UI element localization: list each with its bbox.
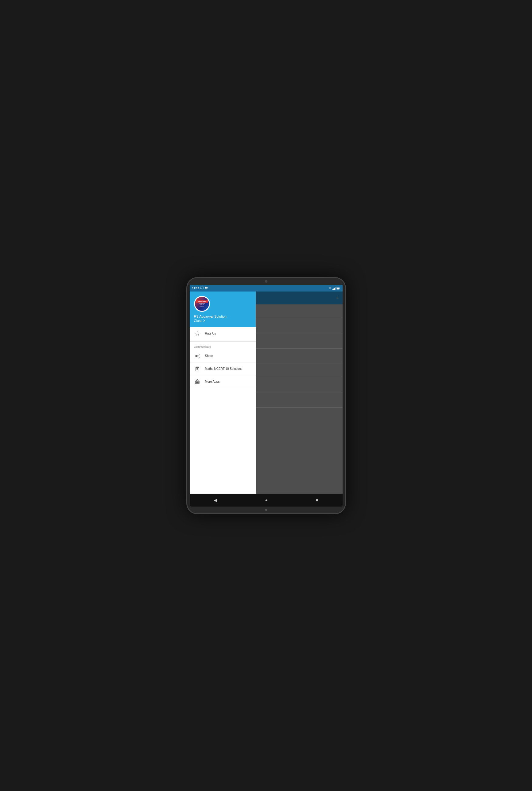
bottom-dot <box>265 509 267 511</box>
device: 11:10 <box>186 277 346 514</box>
signal-icon <box>332 286 336 291</box>
status-bar: 11:10 <box>190 285 343 292</box>
svg-rect-4 <box>332 289 333 290</box>
app-logo: Mathematics RS AggarwalClass 10Solutions <box>194 296 210 312</box>
maths-ncert-label: Maths NCERT 10 Solutions <box>205 367 243 370</box>
svg-rect-3 <box>205 287 207 289</box>
battery-status-icon <box>205 287 208 290</box>
svg-point-13 <box>198 357 199 358</box>
screen: 11:10 <box>190 285 343 507</box>
status-right <box>328 286 340 291</box>
svg-point-21 <box>196 382 196 383</box>
logo-inner: Mathematics RS AggarwalClass 10Solutions <box>195 297 209 311</box>
svg-rect-6 <box>334 288 335 290</box>
svg-rect-5 <box>333 289 334 290</box>
back-button[interactable]: ◀ <box>214 498 217 502</box>
status-time: 11:10 <box>192 287 199 290</box>
svg-rect-9 <box>340 288 340 289</box>
cast-icon <box>201 287 204 290</box>
star-icon <box>194 330 201 337</box>
book-icon <box>194 366 201 372</box>
divider <box>190 341 256 342</box>
navigation-drawer: Mathematics RS AggarwalClass 10Solutions… <box>190 292 256 494</box>
drawer-item-share[interactable]: Share <box>190 350 256 363</box>
more-apps-label: More Apps <box>205 380 220 383</box>
status-left: 11:10 <box>192 287 208 290</box>
svg-line-15 <box>196 355 198 356</box>
battery-icon <box>337 286 340 291</box>
svg-rect-2 <box>207 287 208 288</box>
logo-title: Mathematics <box>196 300 208 302</box>
logo-subtitle: RS AggarwalClass 10Solutions <box>198 303 205 307</box>
home-button[interactable]: ● <box>265 498 268 502</box>
recents-button[interactable]: ■ <box>316 498 318 502</box>
drawer-item-maths-ncert[interactable]: Maths NCERT 10 Solutions <box>190 363 256 375</box>
svg-point-22 <box>197 382 197 383</box>
drawer-item-more-apps[interactable]: More Apps <box>190 375 256 388</box>
svg-rect-0 <box>201 287 204 289</box>
device-bottom-bar <box>187 507 345 513</box>
drawer-app-name: RS Aggarwal SolutionClass X <box>194 314 227 323</box>
drawer-overlay: Mathematics RS AggarwalClass 10Solutions… <box>190 292 343 494</box>
svg-point-11 <box>198 354 199 355</box>
drawer-dim[interactable] <box>256 292 343 494</box>
store-icon <box>194 379 201 385</box>
svg-rect-7 <box>335 287 335 290</box>
nav-bar: ◀ ● ■ <box>190 494 343 507</box>
device-top-bar <box>187 278 345 285</box>
drawer-header: Mathematics RS AggarwalClass 10Solutions… <box>190 292 256 328</box>
drawer-item-rate-us[interactable]: Rate Us <box>190 327 256 340</box>
svg-point-12 <box>195 355 197 357</box>
svg-line-14 <box>196 356 198 357</box>
camera-icon <box>265 280 267 282</box>
communicate-section-label: Communicate <box>190 343 256 350</box>
drawer-menu: Rate Us Communicate <box>190 327 256 493</box>
rate-us-label: Rate Us <box>205 332 216 335</box>
share-label: Share <box>205 354 213 357</box>
share-icon <box>194 353 201 360</box>
svg-rect-10 <box>337 288 339 289</box>
wifi-icon <box>328 286 331 291</box>
